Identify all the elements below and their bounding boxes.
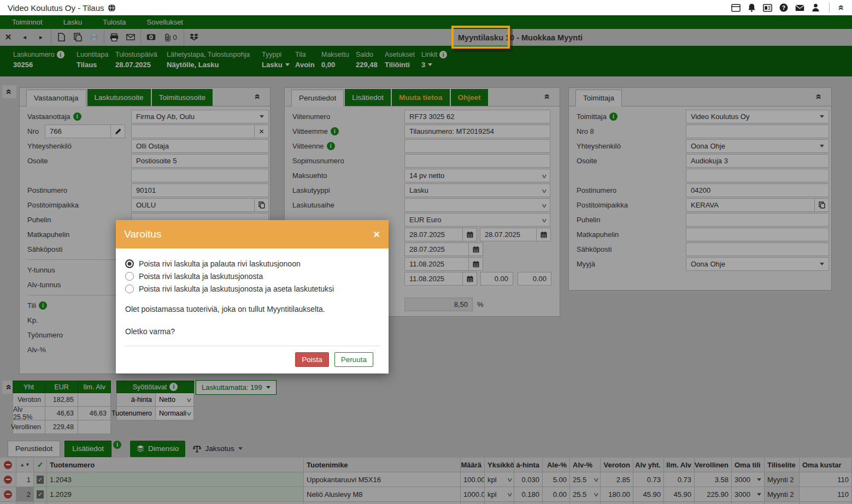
title-bar: Video Koulutus Oy - Tilaus ? « [0, 0, 852, 15]
modal-question-text: Oletko varma? [125, 327, 379, 336]
cancel-button[interactable]: Peruuta [334, 352, 373, 367]
option-remove-and-mark-billed[interactable]: Poista rivi laskulta ja laskutusjonosta … [125, 284, 379, 293]
help-icon[interactable]: ? [779, 3, 788, 12]
modal-title: Varoitus [124, 228, 161, 240]
app-window: Video Koulutus Oy - Tilaus ? « Toiminnot… [0, 0, 852, 504]
globe-icon [108, 4, 116, 12]
highlight-annotation-box [451, 26, 510, 49]
mail-icon[interactable] [795, 4, 804, 11]
news-icon[interactable] [763, 4, 772, 12]
window-title: Video Koulutus Oy - Tilaus [8, 3, 104, 13]
radio-unselected [125, 284, 134, 293]
user-icon[interactable] [812, 3, 820, 12]
radio-unselected [125, 272, 134, 281]
modal-header: Varoitus ✕ [116, 220, 389, 248]
close-icon[interactable]: ✕ [373, 229, 380, 240]
warning-modal: Varoitus ✕ Poista rivi laskulta ja palau… [116, 220, 389, 373]
notifications-bell-icon[interactable] [748, 3, 756, 12]
window-icon[interactable] [731, 4, 741, 12]
radio-selected [125, 259, 134, 268]
svg-text:?: ? [782, 5, 785, 11]
option-remove-from-queue[interactable]: Poista rivi laskulta ja laskutusjonosta [125, 272, 379, 281]
modal-warning-text: Olet poistamassa tuoteriviä, joka on tul… [125, 305, 379, 313]
collapse-all-icon[interactable]: « [837, 5, 847, 10]
delete-button[interactable]: Poista [295, 352, 329, 367]
titlebar-separator [829, 3, 830, 13]
option-return-to-queue[interactable]: Poista rivi laskulta ja palauta rivi las… [125, 259, 379, 268]
